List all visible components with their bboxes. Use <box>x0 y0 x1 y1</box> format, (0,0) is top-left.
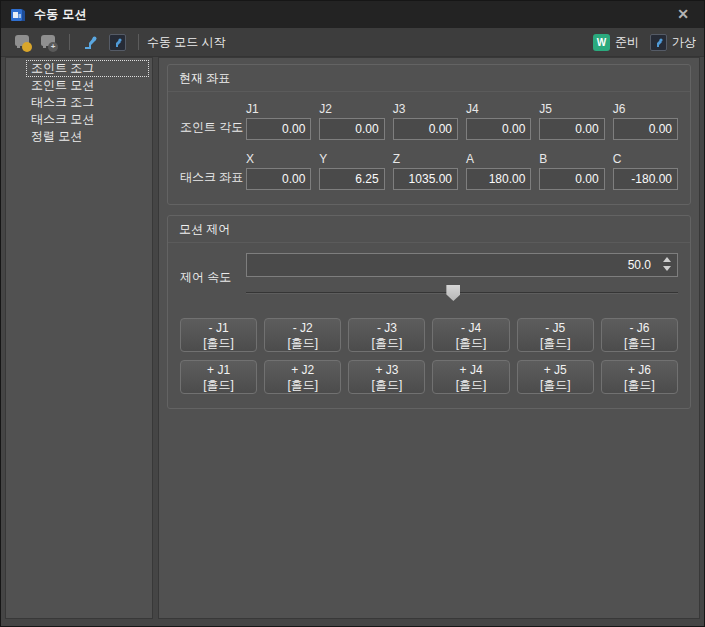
jog-label: - J6 <box>629 321 649 335</box>
joint-angle-row: 조인트 각도 J10.00 J20.00 J30.00 J40.00 J50.0… <box>180 102 678 140</box>
motion-control-group: 모션 제어 제어 속도 50.0 <box>167 215 691 409</box>
current-coords-group: 현재 좌표 조인트 각도 J10.00 J20.00 J30.00 J40.00… <box>167 64 691 205</box>
task-field-name: C <box>613 152 678 166</box>
joint-field-name: J2 <box>319 102 384 116</box>
jog-label: + J5 <box>544 363 567 377</box>
virtual-mode-icon <box>650 34 667 51</box>
toolbar: + 수동 모드 시작 W 준비 <box>1 28 704 57</box>
joint-field-name: J6 <box>613 102 678 116</box>
speed-row: 제어 속도 50.0 <box>180 253 678 302</box>
slider-groove <box>246 292 678 293</box>
jog-minus-j1-button[interactable]: - J1[홀드] <box>180 318 257 352</box>
manual-motion-window: 수동 모션 ✕ + <box>0 0 705 627</box>
sidebar-item-joint-jog[interactable]: 조인트 조그 <box>26 60 149 77</box>
jog-label: + J4 <box>460 363 483 377</box>
sidebar-item-align-motion[interactable]: 정렬 모션 <box>26 128 149 145</box>
jog-minus-j4-button[interactable]: - J4[홀드] <box>432 318 509 352</box>
joint-field-name: J1 <box>246 102 311 116</box>
joint-j2-field[interactable]: 0.00 <box>319 118 384 140</box>
task-field-name: B <box>539 152 604 166</box>
jog-label: - J2 <box>293 321 313 335</box>
task-field-name: A <box>466 152 531 166</box>
jog-label: + J2 <box>291 363 314 377</box>
gripper-servo-off-icon[interactable]: + <box>38 32 58 52</box>
spin-down-icon[interactable] <box>663 266 671 271</box>
speed-label: 제어 속도 <box>180 269 246 286</box>
ready-status-label: 준비 <box>615 34 639 51</box>
jog-minus-j6-button[interactable]: - J6[홀드] <box>601 318 678 352</box>
task-z-field[interactable]: 1035.00 <box>393 168 458 190</box>
virtual-robot-frame <box>109 34 126 51</box>
jog-label: + J1 <box>207 363 230 377</box>
close-icon[interactable]: ✕ <box>671 1 695 28</box>
plus-badge-icon: + <box>48 42 58 52</box>
joint-j5-field[interactable]: 0.00 <box>539 118 604 140</box>
jog-minus-j2-button[interactable]: - J2[홀드] <box>264 318 341 352</box>
hold-label: [홀드] <box>624 378 655 392</box>
hold-label: [홀드] <box>540 378 571 392</box>
task-field-name: X <box>246 152 311 166</box>
hold-label: [홀드] <box>540 336 571 350</box>
task-coord-row: 태스크 좌표 X0.00 Y6.25 Z1035.00 A180.00 B0.0… <box>180 152 678 190</box>
title-bar: 수동 모션 ✕ <box>1 1 704 28</box>
joint-field-name: J4 <box>466 102 531 116</box>
toolbar-separator <box>138 34 139 50</box>
sidebar-item-joint-motion[interactable]: 조인트 모션 <box>26 77 149 94</box>
gripper-servo-on-icon[interactable] <box>12 32 32 52</box>
slider-handle[interactable] <box>446 285 460 301</box>
ready-state-icon: W <box>593 34 610 51</box>
toolbar-separator <box>69 34 70 50</box>
hold-label: [홀드] <box>372 336 403 350</box>
jog-button-grid: - J1[홀드] - J2[홀드] - J3[홀드] - J4[홀드] - J5… <box>180 318 678 394</box>
jog-label: + J3 <box>375 363 398 377</box>
task-y-field[interactable]: 6.25 <box>319 168 384 190</box>
task-c-field[interactable]: -180.00 <box>613 168 678 190</box>
main-panel: 현재 좌표 조인트 각도 J10.00 J20.00 J30.00 J40.00… <box>158 57 700 619</box>
virtual-robot-mode-icon[interactable] <box>107 32 127 52</box>
joint-field-name: J5 <box>539 102 604 116</box>
jog-label: - J1 <box>209 321 229 335</box>
jog-minus-j5-button[interactable]: - J5[홀드] <box>517 318 594 352</box>
jog-plus-j1-button[interactable]: + J1[홀드] <box>180 360 257 394</box>
hold-label: [홀드] <box>456 336 487 350</box>
joint-j6-field[interactable]: 0.00 <box>613 118 678 140</box>
speed-spinbox[interactable]: 50.0 <box>246 253 678 277</box>
jog-plus-j5-button[interactable]: + J5[홀드] <box>517 360 594 394</box>
content-area: 조인트 조그 조인트 모션 태스크 조그 태스크 모션 정렬 모션 현재 좌표 … <box>5 57 700 619</box>
virtual-status-label: 가상 <box>672 34 696 51</box>
task-x-field[interactable]: 0.00 <box>246 168 311 190</box>
joint-j4-field[interactable]: 0.00 <box>466 118 531 140</box>
joint-field-name: J3 <box>393 102 458 116</box>
hold-label: [홀드] <box>624 336 655 350</box>
jog-label: - J4 <box>461 321 481 335</box>
jog-label: + J6 <box>628 363 651 377</box>
jog-label: - J5 <box>545 321 565 335</box>
hold-label: [홀드] <box>287 378 318 392</box>
motion-control-title: 모션 제어 <box>168 216 690 243</box>
sidebar-item-task-motion[interactable]: 태스크 모션 <box>26 111 149 128</box>
joint-j1-field[interactable]: 0.00 <box>246 118 311 140</box>
start-manual-mode-button[interactable]: 수동 모드 시작 <box>147 34 226 51</box>
jog-plus-j2-button[interactable]: + J2[홀드] <box>264 360 341 394</box>
hold-label: [홀드] <box>203 336 234 350</box>
jog-plus-j4-button[interactable]: + J4[홀드] <box>432 360 509 394</box>
task-field-name: Z <box>393 152 458 166</box>
current-coords-title: 현재 좌표 <box>168 65 690 92</box>
jog-plus-j3-button[interactable]: + J3[홀드] <box>348 360 425 394</box>
task-b-field[interactable]: 0.00 <box>539 168 604 190</box>
spin-arrows <box>663 257 671 271</box>
jog-minus-j3-button[interactable]: - J3[홀드] <box>348 318 425 352</box>
sidebar-item-task-jog[interactable]: 태스크 조그 <box>26 94 149 111</box>
task-field-name: Y <box>319 152 384 166</box>
joint-angle-label: 조인트 각도 <box>180 119 246 136</box>
joint-j3-field[interactable]: 0.00 <box>393 118 458 140</box>
motion-type-list: 조인트 조그 조인트 모션 태스크 조그 태스크 모션 정렬 모션 <box>5 57 153 619</box>
spin-up-icon[interactable] <box>663 257 671 262</box>
jog-plus-j6-button[interactable]: + J6[홀드] <box>601 360 678 394</box>
task-coord-label: 태스크 좌표 <box>180 169 246 186</box>
jog-label: - J3 <box>377 321 397 335</box>
speed-slider[interactable] <box>246 284 678 302</box>
task-a-field[interactable]: 180.00 <box>466 168 531 190</box>
robot-arm-icon[interactable] <box>81 32 101 52</box>
hold-label: [홀드] <box>372 378 403 392</box>
